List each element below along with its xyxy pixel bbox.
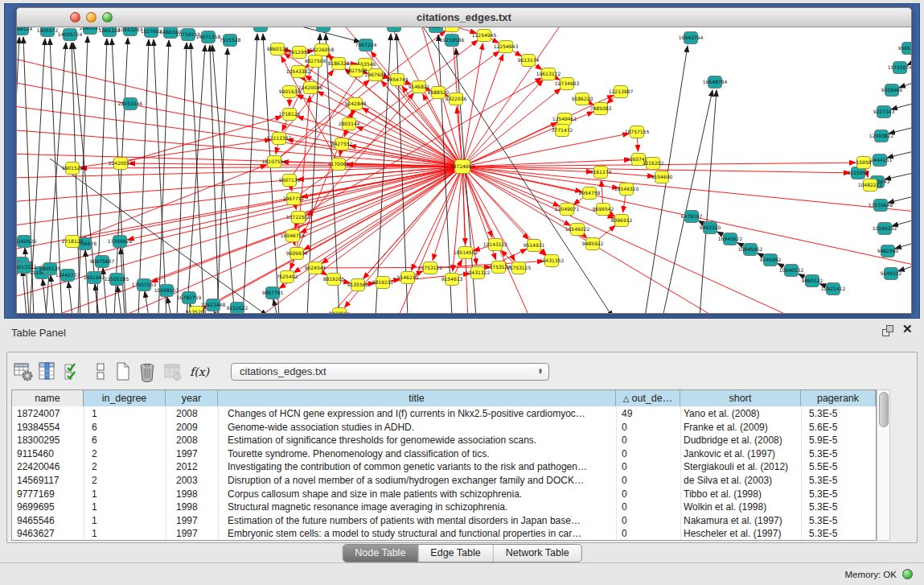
cell-name[interactable]: 9463627: [17, 527, 82, 541]
cell-title[interactable]: Tourette syndrome. Phenomenology and cla…: [228, 447, 614, 461]
column-header-title[interactable]: title: [218, 390, 616, 406]
black-edge[interactable]: [167, 297, 171, 314]
cell-short[interactable]: Hescheler et al. (1997): [684, 527, 799, 541]
show-columns-icon[interactable]: [37, 361, 58, 382]
cell-out_de[interactable]: 0: [622, 514, 679, 528]
delete-table-icon[interactable]: [137, 361, 158, 382]
black-edge[interactable]: [663, 90, 713, 314]
black-edge[interactable]: [23, 270, 27, 314]
cell-in_degree[interactable]: 2: [92, 460, 164, 474]
red-edge[interactable]: [462, 134, 629, 167]
cell-pagerank[interactable]: 5.3E-5: [809, 447, 874, 461]
cell-pagerank[interactable]: 5.3E-5: [809, 474, 874, 488]
cell-title[interactable]: Genome-wide association studies in ADHD.: [228, 421, 614, 435]
black-edge[interactable]: [138, 39, 149, 314]
red-edge[interactable]: [462, 167, 581, 192]
black-edge[interactable]: [114, 38, 128, 314]
cell-out_de[interactable]: 0: [622, 501, 679, 514]
cell-pagerank[interactable]: 5.3E-5: [809, 527, 874, 541]
cell-title[interactable]: Disruption of a novel member of a sodium…: [228, 474, 614, 488]
table-row[interactable]: 2242004622012Investigating the contribut…: [12, 460, 876, 474]
cell-pagerank[interactable]: 5.3E-5: [809, 488, 874, 501]
cell-title[interactable]: Changes of HCN gene expression and I(f) …: [228, 407, 614, 421]
cell-in_degree[interactable]: 1: [92, 407, 164, 421]
cell-title[interactable]: Embryonic stem cells: a model to study s…: [228, 527, 614, 541]
cell-title[interactable]: Investigating the contribution of common…: [228, 460, 614, 474]
table-row[interactable]: 977716911998Corpus callosum shape and si…: [12, 488, 876, 501]
cell-short[interactable]: Yano et al. (2008): [684, 407, 799, 421]
cell-in_degree[interactable]: 1: [92, 527, 164, 541]
cell-title[interactable]: Structural magnetic resonance image aver…: [228, 501, 614, 514]
close-panel-icon[interactable]: ✕: [902, 322, 913, 336]
cell-out_de[interactable]: 0: [622, 421, 679, 435]
cell-short[interactable]: Franke et al. (2009): [684, 421, 799, 435]
cell-year[interactable]: 1998: [176, 501, 216, 514]
table-row[interactable]: 1938455462009Genome-wide association stu…: [12, 421, 876, 435]
window-titlebar[interactable]: citations_edges.txt: [17, 8, 911, 27]
red-edge[interactable]: [462, 54, 503, 167]
cell-name[interactable]: 22420046: [17, 460, 82, 474]
cell-year[interactable]: 1998: [176, 488, 216, 501]
table-row[interactable]: 911546021997Tourette syndrome. Phenomeno…: [12, 447, 876, 461]
cell-short[interactable]: Nakamura et al. (1997): [684, 514, 799, 528]
table-row[interactable]: 946362711997Embryonic stem cells: a mode…: [12, 527, 876, 541]
cell-in_degree[interactable]: 1: [92, 501, 164, 514]
cell-year[interactable]: 2003: [176, 474, 216, 488]
cell-out_de[interactable]: 0: [622, 460, 679, 474]
cell-out_de[interactable]: 0: [622, 434, 679, 447]
cell-name[interactable]: 14569117: [17, 474, 82, 488]
scrollbar-thumb[interactable]: [879, 392, 889, 427]
table-row[interactable]: 1830029562008Estimation of significance …: [12, 434, 876, 447]
tab-node-table[interactable]: Node Table: [343, 545, 417, 562]
cell-in_degree[interactable]: 1: [92, 488, 164, 501]
black-edge[interactable]: [112, 39, 126, 314]
select-columns-icon[interactable]: [63, 361, 84, 382]
black-edge[interactable]: [68, 282, 72, 314]
black-edge[interactable]: [267, 27, 360, 42]
black-edge[interactable]: [145, 291, 149, 314]
network-canvas[interactable]: 9360124140557214055724209314110653281065…: [17, 27, 911, 314]
table-settings-icon[interactable]: [13, 361, 34, 382]
cell-name[interactable]: 19384554: [17, 421, 82, 435]
column-header-pagerank[interactable]: pagerank: [801, 390, 876, 406]
cell-year[interactable]: 2008: [176, 434, 216, 447]
cell-year[interactable]: 2008: [176, 407, 216, 421]
cell-short[interactable]: de Silva et al. (2003): [684, 474, 799, 488]
cell-pagerank[interactable]: 5.9E-5: [809, 434, 874, 447]
black-edge[interactable]: [263, 34, 279, 314]
cell-year[interactable]: 2012: [176, 460, 216, 474]
cell-name[interactable]: 18724007: [17, 407, 82, 421]
tab-network-table[interactable]: Network Table: [493, 545, 581, 562]
black-edge[interactable]: [51, 275, 55, 314]
column-header-short[interactable]: short: [680, 390, 801, 406]
cell-title[interactable]: Estimation of significance thresholds fo…: [228, 434, 614, 447]
cell-short[interactable]: Jankovic et al. (1997): [684, 447, 799, 461]
black-edge[interactable]: [177, 43, 187, 314]
table-row[interactable]: 1456911722003Disruption of a novel membe…: [12, 474, 876, 488]
cell-pagerank[interactable]: 5.5E-5: [809, 460, 874, 474]
table-row[interactable]: 969969511998Structural magnetic resonanc…: [12, 501, 876, 514]
new-table-icon[interactable]: [113, 361, 133, 382]
cell-name[interactable]: 18300295: [17, 434, 82, 447]
red-edge[interactable]: [342, 40, 478, 144]
black-edge[interactable]: [212, 45, 235, 314]
cell-pagerank[interactable]: 5.3E-5: [809, 501, 874, 514]
table-row[interactable]: 1872400712008Changes of HCN gene express…: [12, 407, 876, 421]
cell-year[interactable]: 1997: [176, 527, 216, 541]
cell-in_degree[interactable]: 2: [92, 447, 164, 461]
cell-year[interactable]: 1997: [176, 447, 216, 461]
column-header-name[interactable]: name: [12, 390, 84, 406]
cell-out_de[interactable]: 0: [622, 527, 679, 541]
row-toggle-icon[interactable]: [90, 361, 111, 382]
cell-out_de[interactable]: 49: [622, 407, 679, 421]
black-edge[interactable]: [43, 279, 47, 314]
tab-edge-table[interactable]: Edge Table: [417, 545, 492, 562]
cell-pagerank[interactable]: 5.3E-5: [809, 514, 874, 528]
red-edge[interactable]: [34, 167, 462, 314]
black-edge[interactable]: [117, 286, 121, 314]
cell-in_degree[interactable]: 6: [92, 421, 164, 435]
table-row[interactable]: 946554611997Estimation of the future num…: [12, 514, 876, 528]
float-window-icon[interactable]: [882, 325, 894, 337]
cell-title[interactable]: Corpus callosum shape and size in male p…: [228, 488, 614, 501]
cell-name[interactable]: 9115460: [17, 447, 82, 461]
